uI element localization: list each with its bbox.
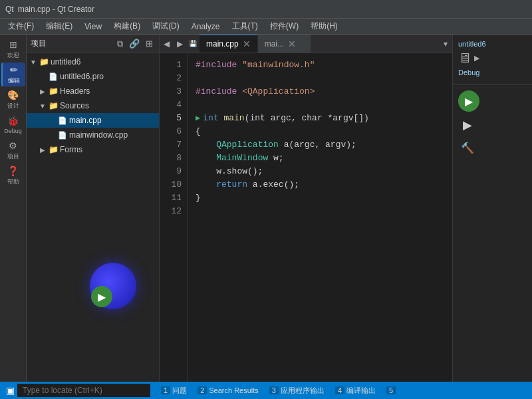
- line-num-8: 8: [160, 152, 182, 165]
- code-line-11: }: [196, 192, 444, 205]
- debug-buttons: ▶ ▶ 🔨: [453, 85, 532, 168]
- token-str: <QApplication>: [242, 85, 315, 98]
- tree-item-Forms[interactable]: ▶📁Forms: [27, 142, 159, 157]
- sidebar-item-编辑[interactable]: ✏ 编辑: [1, 63, 25, 86]
- editor-tabs: ◀ ▶ 💾 main.cpp ✕ mai... ✕ ▾: [160, 35, 452, 53]
- project-label: untitled6: [458, 40, 527, 48]
- menu-item-b[interactable]: 构建(B): [108, 19, 146, 33]
- tree-item-untitled6[interactable]: ▼📁untitled6: [27, 55, 159, 69]
- debug-arrow-icon: ▶: [196, 112, 200, 124]
- tree-item-untitled6pro[interactable]: 📄untitled6.pro: [27, 69, 159, 84]
- project-toolbar-title: 项目: [31, 38, 111, 49]
- tab-next-btn[interactable]: ▶: [173, 35, 186, 53]
- project-toolbar: 项目 ⧉ 🔗 ⊞: [27, 35, 159, 53]
- tab-close-icon[interactable]: ✕: [243, 39, 251, 49]
- tab-prev-btn[interactable]: ◀: [160, 35, 173, 53]
- status-num-1: 2: [198, 386, 207, 394]
- tree-label-1: untitled6.pro: [60, 72, 104, 81]
- status-item-1[interactable]: 2 Search Results: [194, 383, 263, 398]
- token-fn: main: [223, 112, 244, 125]
- line-num-2: 2: [160, 72, 182, 85]
- tab-save-icon: 💾: [186, 35, 200, 53]
- tree-label-5: mainwindow.cpp: [69, 130, 128, 140]
- hammer-icon[interactable]: 🔨: [458, 138, 477, 157]
- code-line-12: [196, 205, 444, 218]
- token-type: MainWindow: [216, 152, 268, 165]
- sidebar-label-4: 项目: [7, 152, 19, 161]
- menu-item-t[interactable]: 工具(T): [227, 19, 263, 33]
- sidebar-icon-2: 🎨: [7, 90, 19, 100]
- link-icon[interactable]: 🔗: [128, 38, 140, 50]
- menu-bar: 文件(F)编辑(E)View构建(B)调试(D)Analyze工具(T)控件(W…: [0, 19, 532, 35]
- right-panel: untitled6 🖥 ▶ Debug ▶ ▶ 🔨: [452, 35, 532, 382]
- sidebar-item-帮助[interactable]: ❓ 帮助: [1, 164, 25, 188]
- status-item-3[interactable]: 4 编译输出: [331, 383, 380, 398]
- code-line-6: {: [196, 125, 444, 138]
- code-line-2: [196, 72, 444, 85]
- tree-item-Sources[interactable]: ▼📁Sources: [27, 98, 159, 113]
- code-line-5: ▶int main(int argc, char *argv[]): [196, 112, 444, 125]
- code-line-9: w.show();: [196, 165, 444, 178]
- tree-label-0: untitled6: [51, 57, 80, 66]
- filter-icon[interactable]: ⧉: [114, 38, 126, 50]
- status-label-0: 问题: [172, 386, 187, 396]
- tab-close-icon-2[interactable]: ✕: [288, 39, 296, 49]
- expand-icon[interactable]: ⊞: [143, 38, 155, 50]
- run-button[interactable]: ▶: [458, 90, 479, 112]
- tree-label-4: main.cpp: [69, 116, 102, 125]
- step-icon[interactable]: ▶: [458, 116, 477, 134]
- sidebar-label-1: 编辑: [8, 76, 20, 85]
- tree-item-maincpp[interactable]: 📄main.cpp: [27, 113, 159, 128]
- tree-label-6: Forms: [60, 145, 82, 154]
- status-item-2[interactable]: 3 应用程序输出: [265, 383, 329, 398]
- menu-item-f[interactable]: 文件(F): [3, 19, 39, 33]
- token-kw: int: [203, 112, 218, 125]
- line-num-9: 9: [160, 165, 182, 178]
- token-str: "mainwindow.h": [242, 59, 315, 72]
- play-overlay-button[interactable]: ▶: [91, 286, 112, 307]
- status-item-4[interactable]: 5: [382, 383, 402, 398]
- tree-item-Headers[interactable]: ▶📁Headers: [27, 84, 159, 98]
- sidebar-item-项目[interactable]: ⚙ 项目: [1, 138, 25, 162]
- line-num-12: 12: [160, 205, 182, 218]
- folder-icon-3: 📁: [48, 101, 59, 110]
- bottom-left: ▣: [3, 383, 150, 398]
- line-num-6: 6: [160, 125, 182, 138]
- tab-menu-btn[interactable]: ▾: [439, 35, 452, 53]
- tree-label-3: Sources: [60, 101, 89, 110]
- tree-item-mainwindowcpp[interactable]: 📄mainwindow.cpp: [27, 128, 159, 142]
- debug-label: Debug: [458, 68, 527, 76]
- folder-icon-2: 📁: [48, 86, 59, 96]
- debug-device-panel: untitled6 🖥 ▶ Debug: [453, 35, 532, 85]
- menu-item-e[interactable]: 编辑(E): [41, 19, 78, 33]
- code-area[interactable]: #include "mainwindow.h"#include <QApplic…: [188, 53, 452, 382]
- sidebar-item-Debug[interactable]: 🐞 Debug: [1, 113, 25, 137]
- left-sidebar: ⊞ 欢迎✏ 编辑🎨 设计🐞 Debug⚙ 项目❓ 帮助: [0, 35, 27, 382]
- editor-content: 123456789101112 #include "mainwindow.h"#…: [160, 53, 452, 382]
- token-punc: a.exec();: [247, 178, 299, 192]
- locate-input[interactable]: [17, 384, 150, 397]
- menu-item-d[interactable]: 调试(D): [147, 19, 185, 33]
- menu-item-analyze[interactable]: Analyze: [186, 21, 225, 33]
- status-num-3: 4: [335, 386, 344, 394]
- project-panel: 项目 ⧉ 🔗 ⊞ ▼📁untitled6📄untitled6.pro▶📁Head…: [27, 35, 160, 382]
- tree-arrow-0: ▼: [29, 59, 37, 66]
- menu-item-view[interactable]: View: [79, 21, 107, 33]
- menu-item-w[interactable]: 控件(W): [265, 19, 304, 33]
- token-kw: return: [216, 178, 247, 192]
- tab-main-cpp[interactable]: main.cpp ✕: [200, 35, 258, 53]
- sidebar-label-3: Debug: [4, 128, 22, 134]
- line-num-11: 11: [160, 192, 182, 205]
- panel-toggle-button[interactable]: ▣: [3, 383, 17, 398]
- status-label-2: 应用程序输出: [281, 386, 325, 396]
- tree-label-2: Headers: [60, 86, 90, 96]
- sidebar-item-欢迎[interactable]: ⊞ 欢迎: [1, 37, 25, 61]
- status-item-0[interactable]: 1 问题: [157, 383, 191, 398]
- sidebar-item-设计[interactable]: 🎨 设计: [1, 88, 25, 112]
- sidebar-icon-3: 🐞: [7, 116, 19, 126]
- status-label-1: Search Results: [209, 386, 259, 394]
- menu-item-h[interactable]: 帮助(H): [305, 19, 343, 33]
- line-num-4: 4: [160, 98, 182, 112]
- tab-mainwindow[interactable]: mai... ✕: [258, 35, 311, 53]
- code-line-10: return a.exec();: [196, 178, 444, 192]
